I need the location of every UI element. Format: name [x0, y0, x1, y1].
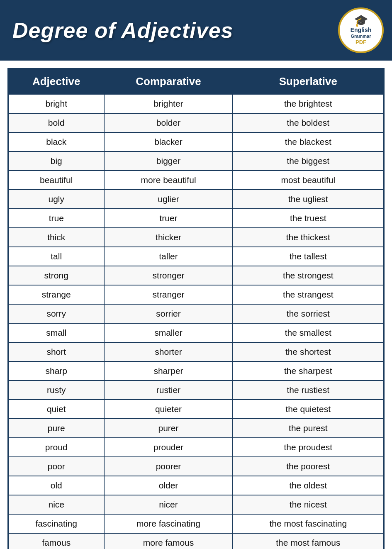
cell-adjective: pure	[8, 419, 105, 438]
cell-comparative: taller	[104, 247, 232, 266]
col-comparative: Comparative	[104, 69, 232, 95]
table-row: talltallerthe tallest	[8, 247, 384, 266]
cell-comparative: truer	[104, 209, 232, 228]
cell-adjective: old	[8, 476, 105, 495]
cell-superlative: the poorest	[233, 457, 384, 476]
cell-superlative: the oldest	[233, 476, 384, 495]
cell-adjective: bright	[8, 94, 105, 113]
cell-superlative: the shortest	[233, 342, 384, 361]
cell-superlative: the ugliest	[233, 190, 384, 209]
cell-adjective: fascinating	[8, 514, 105, 533]
cell-adjective: beautiful	[8, 171, 105, 190]
cell-comparative: more famous	[104, 533, 232, 549]
cell-comparative: smaller	[104, 323, 232, 342]
cell-superlative: the truest	[233, 209, 384, 228]
table-row: brightbrighterthe brightest	[8, 94, 384, 113]
cell-adjective: strange	[8, 285, 105, 304]
cell-adjective: small	[8, 323, 105, 342]
badge-english: English	[351, 27, 372, 34]
table-row: proudprouderthe proudest	[8, 438, 384, 457]
table-row: fascinatingmore fascinatingthe most fasc…	[8, 514, 384, 533]
table-row: thickthickerthe thickest	[8, 228, 384, 247]
cell-comparative: uglier	[104, 190, 232, 209]
cell-adjective: true	[8, 209, 105, 228]
cell-adjective: poor	[8, 457, 105, 476]
cell-superlative: the thickest	[233, 228, 384, 247]
cell-comparative: sorrier	[104, 304, 232, 323]
cell-superlative: the strangest	[233, 285, 384, 304]
table-row: famousmore famousthe most famous	[8, 533, 384, 549]
table-row: strongstrongerthe strongest	[8, 266, 384, 285]
table-row: boldbolderthe boldest	[8, 113, 384, 132]
table-row: nicenicerthe nicest	[8, 495, 384, 514]
table-row: bigbiggerthe biggest	[8, 151, 384, 171]
badge-grammar: Grammar	[351, 34, 372, 39]
table-row: uglyuglierthe ugliest	[8, 190, 384, 209]
cell-superlative: the blackest	[233, 132, 384, 151]
cell-superlative: the smallest	[233, 323, 384, 342]
badge-figure: 🎓	[354, 15, 368, 27]
cell-superlative: the tallest	[233, 247, 384, 266]
col-adjective: Adjective	[8, 69, 105, 95]
cell-comparative: more fascinating	[104, 514, 232, 533]
cell-comparative: shorter	[104, 342, 232, 361]
cell-superlative: the rustiest	[233, 381, 384, 400]
cell-adjective: thick	[8, 228, 105, 247]
cell-comparative: purer	[104, 419, 232, 438]
cell-superlative: most beautiful	[233, 171, 384, 190]
cell-comparative: stranger	[104, 285, 232, 304]
table-container: Adjective Comparative Superlative bright…	[0, 61, 392, 549]
table-row: oldolderthe oldest	[8, 476, 384, 495]
cell-superlative: the quietest	[233, 400, 384, 419]
table-row: beautifulmore beautifulmost beautiful	[8, 171, 384, 190]
cell-comparative: nicer	[104, 495, 232, 514]
cell-comparative: brighter	[104, 94, 232, 113]
table-row: smallsmallerthe smallest	[8, 323, 384, 342]
cell-comparative: poorer	[104, 457, 232, 476]
cell-adjective: ugly	[8, 190, 105, 209]
cell-comparative: quieter	[104, 400, 232, 419]
cell-superlative: the proudest	[233, 438, 384, 457]
cell-adjective: sorry	[8, 304, 105, 323]
cell-comparative: sharper	[104, 361, 232, 381]
cell-superlative: the brightest	[233, 94, 384, 113]
table-row: strangestrangerthe strangest	[8, 285, 384, 304]
table-row: quietquieterthe quietest	[8, 400, 384, 419]
cell-superlative: the biggest	[233, 151, 384, 171]
cell-superlative: the nicest	[233, 495, 384, 514]
cell-adjective: short	[8, 342, 105, 361]
table-row: blackblackerthe blackest	[8, 132, 384, 151]
badge-pdf: PDF	[351, 39, 372, 46]
col-superlative: Superlative	[233, 69, 384, 95]
cell-superlative: the sorriest	[233, 304, 384, 323]
adjectives-table: Adjective Comparative Superlative bright…	[7, 68, 385, 549]
cell-adjective: strong	[8, 266, 105, 285]
header-row: Adjective Comparative Superlative	[8, 69, 384, 95]
cell-adjective: rusty	[8, 381, 105, 400]
header: Degree of Adjectives 🎓 English Grammar P…	[0, 0, 392, 61]
table-header: Adjective Comparative Superlative	[8, 69, 384, 95]
page-title: Degree of Adjectives	[12, 18, 233, 43]
page-wrapper: Degree of Adjectives 🎓 English Grammar P…	[0, 0, 392, 549]
cell-superlative: the sharpest	[233, 361, 384, 381]
table-row: purepurerthe purest	[8, 419, 384, 438]
cell-adjective: big	[8, 151, 105, 171]
cell-adjective: tall	[8, 247, 105, 266]
table-body: brightbrighterthe brightestboldbolderthe…	[8, 94, 384, 549]
cell-adjective: nice	[8, 495, 105, 514]
cell-superlative: the most fascinating	[233, 514, 384, 533]
cell-comparative: thicker	[104, 228, 232, 247]
cell-adjective: black	[8, 132, 105, 151]
table-row: truetruerthe truest	[8, 209, 384, 228]
cell-adjective: bold	[8, 113, 105, 132]
table-row: poorpoorerthe poorest	[8, 457, 384, 476]
cell-comparative: more beautiful	[104, 171, 232, 190]
cell-comparative: blacker	[104, 132, 232, 151]
cell-adjective: sharp	[8, 361, 105, 381]
cell-comparative: bigger	[104, 151, 232, 171]
cell-adjective: famous	[8, 533, 105, 549]
badge-text: English Grammar PDF	[351, 27, 372, 46]
brand-badge: 🎓 English Grammar PDF	[338, 7, 384, 53]
cell-adjective: quiet	[8, 400, 105, 419]
cell-comparative: bolder	[104, 113, 232, 132]
